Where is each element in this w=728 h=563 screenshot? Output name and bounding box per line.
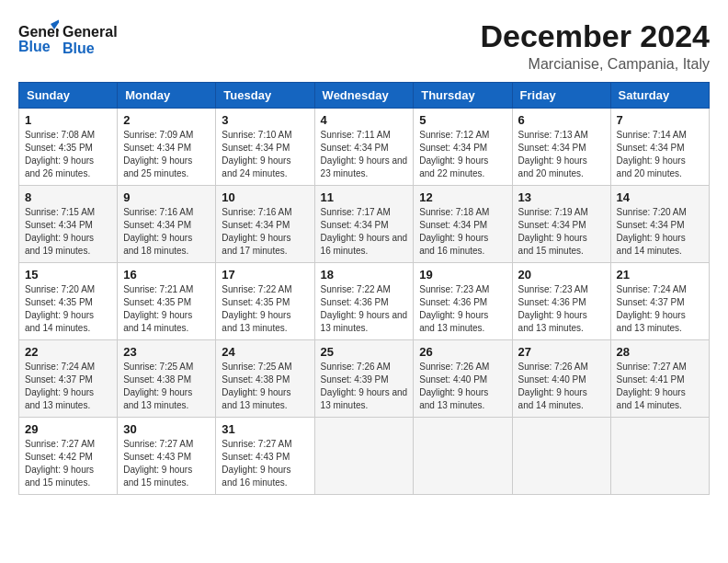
day-number: 14 [617, 190, 703, 204]
day-number: 5 [419, 113, 506, 127]
day-info: Sunrise: 7:27 AMSunset: 4:42 PMDaylight:… [25, 438, 111, 489]
day-info: Sunrise: 7:27 AMSunset: 4:41 PMDaylight:… [617, 361, 703, 412]
calendar-cell: 14 Sunrise: 7:20 AMSunset: 4:34 PMDaylig… [610, 186, 709, 263]
header-saturday: Saturday [610, 83, 709, 109]
calendar-cell [414, 418, 512, 495]
calendar-cell: 31 Sunrise: 7:27 AMSunset: 4:43 PMDaylig… [216, 418, 314, 495]
day-info: Sunrise: 7:10 AMSunset: 4:34 PMDaylight:… [222, 129, 308, 180]
day-info: Sunrise: 7:25 AMSunset: 4:38 PMDaylight:… [222, 361, 308, 412]
day-number: 11 [321, 190, 408, 204]
calendar-header-row: SundayMondayTuesdayWednesdayThursdayFrid… [19, 83, 710, 109]
day-number: 21 [617, 268, 703, 282]
day-number: 3 [222, 113, 308, 127]
month-title: December 2024 [480, 18, 710, 54]
calendar-cell: 2 Sunrise: 7:09 AMSunset: 4:34 PMDayligh… [118, 109, 216, 186]
day-number: 13 [518, 190, 605, 204]
calendar-cell: 8 Sunrise: 7:15 AMSunset: 4:34 PMDayligh… [19, 186, 118, 263]
calendar-cell: 1 Sunrise: 7:08 AMSunset: 4:35 PMDayligh… [19, 109, 118, 186]
day-info: Sunrise: 7:23 AMSunset: 4:36 PMDaylight:… [419, 283, 506, 335]
calendar-cell: 29 Sunrise: 7:27 AMSunset: 4:42 PMDaylig… [19, 418, 118, 495]
calendar-cell: 7 Sunrise: 7:14 AMSunset: 4:34 PMDayligh… [610, 109, 709, 186]
title-section: December 2024 Marcianise, Campania, Ital… [480, 18, 710, 73]
logo-blue: Blue [63, 40, 118, 57]
day-number: 28 [617, 345, 703, 359]
day-number: 16 [123, 268, 210, 282]
day-info: Sunrise: 7:22 AMSunset: 4:35 PMDaylight:… [222, 283, 308, 335]
calendar-cell: 21 Sunrise: 7:24 AMSunset: 4:37 PMDaylig… [610, 263, 709, 340]
day-info: Sunrise: 7:14 AMSunset: 4:34 PMDaylight:… [617, 129, 703, 180]
calendar-cell: 6 Sunrise: 7:13 AMSunset: 4:34 PMDayligh… [512, 109, 610, 186]
day-number: 1 [25, 113, 111, 127]
day-number: 19 [419, 268, 506, 282]
day-info: Sunrise: 7:19 AMSunset: 4:34 PMDaylight:… [518, 206, 605, 258]
day-info: Sunrise: 7:09 AMSunset: 4:34 PMDaylight:… [123, 129, 210, 180]
day-number: 23 [123, 345, 210, 359]
day-number: 30 [123, 422, 210, 436]
day-number: 18 [321, 268, 408, 282]
day-info: Sunrise: 7:12 AMSunset: 4:34 PMDaylight:… [419, 129, 506, 180]
day-number: 25 [321, 345, 408, 359]
day-number: 31 [222, 422, 308, 436]
header-wednesday: Wednesday [314, 83, 414, 109]
day-number: 15 [25, 268, 111, 282]
day-info: Sunrise: 7:08 AMSunset: 4:35 PMDaylight:… [25, 129, 111, 180]
day-info: Sunrise: 7:16 AMSunset: 4:34 PMDaylight:… [222, 206, 308, 258]
calendar-cell: 27 Sunrise: 7:26 AMSunset: 4:40 PMDaylig… [512, 340, 610, 418]
calendar-table: SundayMondayTuesdayWednesdayThursdayFrid… [18, 82, 710, 495]
day-number: 10 [222, 190, 308, 204]
header-sunday: Sunday [19, 83, 118, 109]
calendar-cell: 26 Sunrise: 7:26 AMSunset: 4:40 PMDaylig… [414, 340, 512, 418]
day-info: Sunrise: 7:27 AMSunset: 4:43 PMDaylight:… [222, 438, 308, 489]
calendar-cell: 28 Sunrise: 7:27 AMSunset: 4:41 PMDaylig… [610, 340, 709, 418]
calendar-cell: 15 Sunrise: 7:20 AMSunset: 4:35 PMDaylig… [19, 263, 118, 340]
calendar-cell: 24 Sunrise: 7:25 AMSunset: 4:38 PMDaylig… [216, 340, 314, 418]
day-info: Sunrise: 7:16 AMSunset: 4:34 PMDaylight:… [123, 206, 210, 258]
day-number: 2 [123, 113, 210, 127]
day-number: 8 [25, 190, 111, 204]
calendar-cell: 22 Sunrise: 7:24 AMSunset: 4:37 PMDaylig… [19, 340, 118, 418]
calendar-cell: 11 Sunrise: 7:17 AMSunset: 4:34 PMDaylig… [314, 186, 414, 263]
calendar-cell: 12 Sunrise: 7:18 AMSunset: 4:34 PMDaylig… [414, 186, 512, 263]
day-info: Sunrise: 7:26 AMSunset: 4:39 PMDaylight:… [321, 361, 408, 412]
day-number: 17 [222, 268, 308, 282]
calendar-cell: 23 Sunrise: 7:25 AMSunset: 4:38 PMDaylig… [118, 340, 216, 418]
calendar-week-2: 8 Sunrise: 7:15 AMSunset: 4:34 PMDayligh… [19, 186, 710, 263]
day-number: 29 [25, 422, 111, 436]
calendar-cell [610, 418, 709, 495]
location-title: Marcianise, Campania, Italy [480, 56, 710, 73]
day-info: Sunrise: 7:25 AMSunset: 4:38 PMDaylight:… [123, 361, 210, 412]
header-thursday: Thursday [414, 83, 512, 109]
calendar-cell: 18 Sunrise: 7:22 AMSunset: 4:36 PMDaylig… [314, 263, 414, 340]
day-info: Sunrise: 7:13 AMSunset: 4:34 PMDaylight:… [518, 129, 605, 180]
svg-text:Blue: Blue [18, 39, 51, 54]
calendar-cell: 9 Sunrise: 7:16 AMSunset: 4:34 PMDayligh… [118, 186, 216, 263]
calendar-week-4: 22 Sunrise: 7:24 AMSunset: 4:37 PMDaylig… [19, 340, 710, 418]
calendar-cell [314, 418, 414, 495]
logo: General Blue General Blue [18, 18, 118, 63]
calendar-cell: 4 Sunrise: 7:11 AMSunset: 4:34 PMDayligh… [314, 109, 414, 186]
day-number: 9 [123, 190, 210, 204]
calendar-cell: 13 Sunrise: 7:19 AMSunset: 4:34 PMDaylig… [512, 186, 610, 263]
calendar-week-1: 1 Sunrise: 7:08 AMSunset: 4:35 PMDayligh… [19, 109, 710, 186]
day-number: 20 [518, 268, 605, 282]
day-info: Sunrise: 7:21 AMSunset: 4:35 PMDaylight:… [123, 283, 210, 335]
day-info: Sunrise: 7:15 AMSunset: 4:34 PMDaylight:… [25, 206, 111, 258]
day-info: Sunrise: 7:27 AMSunset: 4:43 PMDaylight:… [123, 438, 210, 489]
day-number: 7 [617, 113, 703, 127]
day-info: Sunrise: 7:24 AMSunset: 4:37 PMDaylight:… [25, 361, 111, 412]
calendar-cell: 20 Sunrise: 7:23 AMSunset: 4:36 PMDaylig… [512, 263, 610, 340]
calendar-cell: 19 Sunrise: 7:23 AMSunset: 4:36 PMDaylig… [414, 263, 512, 340]
header-friday: Friday [512, 83, 610, 109]
calendar-cell: 10 Sunrise: 7:16 AMSunset: 4:34 PMDaylig… [216, 186, 314, 263]
day-number: 4 [321, 113, 408, 127]
logo-icon: General Blue [18, 18, 59, 59]
day-info: Sunrise: 7:26 AMSunset: 4:40 PMDaylight:… [419, 361, 506, 412]
day-number: 27 [518, 345, 605, 359]
calendar-cell: 3 Sunrise: 7:10 AMSunset: 4:34 PMDayligh… [216, 109, 314, 186]
day-number: 22 [25, 345, 111, 359]
day-info: Sunrise: 7:23 AMSunset: 4:36 PMDaylight:… [518, 283, 605, 335]
calendar-cell: 30 Sunrise: 7:27 AMSunset: 4:43 PMDaylig… [118, 418, 216, 495]
calendar-week-5: 29 Sunrise: 7:27 AMSunset: 4:42 PMDaylig… [19, 418, 710, 495]
day-number: 24 [222, 345, 308, 359]
day-number: 6 [518, 113, 605, 127]
